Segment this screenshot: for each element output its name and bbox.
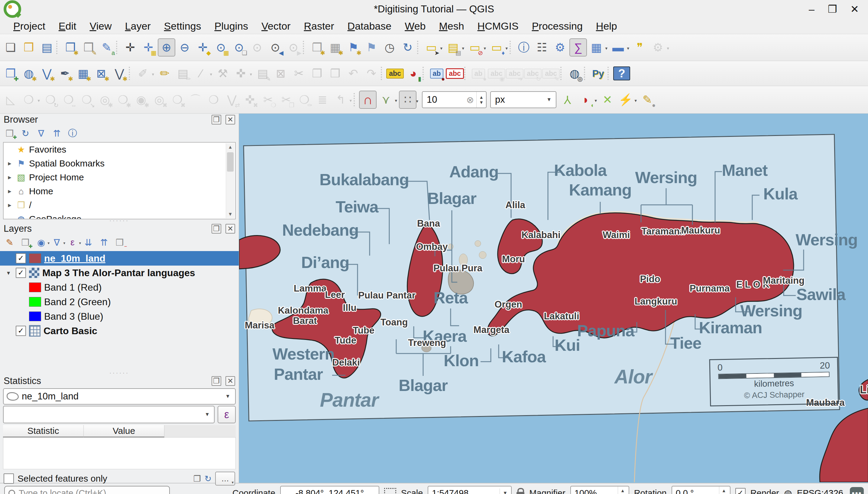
- layer-item-band2[interactable]: Band 2 (Green): [0, 294, 239, 309]
- add-feature-button[interactable]: ⚒▾: [214, 64, 231, 82]
- expand-icon[interactable]: ▸: [6, 187, 13, 195]
- column-value[interactable]: Value: [84, 425, 165, 437]
- chevron-down-icon[interactable]: ▼: [499, 489, 508, 494]
- refresh-map-button[interactable]: ↻▾: [399, 38, 416, 57]
- project-open-button[interactable]: ❒▾: [20, 38, 37, 57]
- expand-icon[interactable]: ▸: [6, 159, 13, 167]
- simplify-feature-button[interactable]: ❍↘▾: [78, 91, 95, 109]
- render-checkbox[interactable]: ✓: [735, 488, 746, 494]
- select-features-by-value-button[interactable]: ▤▤▾: [444, 38, 462, 57]
- current-edits-button[interactable]: ✐▾: [134, 64, 152, 82]
- new-3d-map-view-button[interactable]: ▦✱▾: [326, 38, 344, 57]
- browser-item-geopackage[interactable]: ◍ GeoPackage: [4, 212, 225, 220]
- field-calculator-button[interactable]: ☷▾: [533, 38, 551, 57]
- new-geopackage-layer-button[interactable]: ◍✱▾: [20, 64, 37, 82]
- browser-item-spatial-bookmarks[interactable]: ▸ ⚑ Spatial Bookmarks: [4, 156, 225, 170]
- chevron-down-icon[interactable]: ▼: [542, 97, 556, 103]
- copy-statistics-icon[interactable]: ❐: [193, 474, 201, 484]
- measure-button[interactable]: ▬▾: [609, 38, 627, 57]
- cad-tools-button[interactable]: ◺▾: [2, 91, 19, 109]
- menu-plugins[interactable]: Plugins: [209, 20, 253, 32]
- zoom-out-button[interactable]: ⊖▾: [176, 38, 193, 57]
- split-parts-button[interactable]: ⋁⇄▾: [223, 91, 241, 109]
- modify-attributes-button[interactable]: ▤✎▾: [254, 64, 271, 82]
- chevron-down-icon[interactable]: ▼: [201, 412, 214, 418]
- snap-on-intersection-button[interactable]: ✕▾: [599, 91, 616, 109]
- rotate-feature-button[interactable]: ❍↻▾: [42, 91, 59, 109]
- scale-feature-button[interactable]: ❍⇔▾: [60, 91, 77, 109]
- scrollbar[interactable]: ▲ ▼: [226, 143, 234, 218]
- statistical-summary-button[interactable]: ∑▾: [569, 38, 587, 57]
- restore-icon[interactable]: ❐: [828, 0, 837, 18]
- zoom-to-layer-button[interactable]: ⊙❏▾: [230, 38, 248, 57]
- new-mesh-layer-button[interactable]: ⊠✱▾: [93, 64, 110, 82]
- expand-icon[interactable]: ▸: [6, 201, 13, 209]
- new-map-view-button[interactable]: ❐✱▾: [308, 38, 326, 57]
- statistics-field-select[interactable]: ▼: [3, 406, 214, 423]
- delete-ring-button[interactable]: ◎✖▾: [151, 91, 168, 109]
- layout-manager-button[interactable]: ❐✎▾: [80, 38, 97, 57]
- new-print-layout-button[interactable]: ❐✱▾: [62, 38, 79, 57]
- refresh-statistics-icon[interactable]: ↻: [205, 474, 211, 484]
- spinner-arrows[interactable]: ▲▼: [618, 487, 627, 494]
- browser-refresh-button[interactable]: ↻▾: [18, 126, 33, 140]
- rotate-point-symbols-button[interactable]: ❍✑▾: [296, 91, 313, 109]
- scroll-down-icon[interactable]: ▼: [226, 211, 234, 217]
- data-source-manager-button[interactable]: ❒✚▾: [2, 64, 19, 82]
- layer-item-carto-basic[interactable]: ✓ Carto Basic: [0, 324, 239, 338]
- deselect-features-button[interactable]: ▭⊘▾: [466, 38, 484, 57]
- expand-icon[interactable]: ▾: [4, 269, 13, 277]
- layer-item-ne-10m-land[interactable]: ✓ ne_10m_land: [0, 251, 239, 266]
- expand-all-button[interactable]: ⇊▾: [81, 235, 95, 249]
- layer-checkbox[interactable]: ✓: [16, 253, 26, 264]
- pin-labels-button[interactable]: ab●▾: [470, 64, 487, 82]
- offset-point-symbols-button[interactable]: ≣▾: [314, 91, 331, 109]
- browser-item-root[interactable]: ▸ ❒ /: [4, 198, 225, 212]
- zoom-native-button[interactable]: ⊙▾: [248, 38, 266, 57]
- avoid-overlap-button[interactable]: ◗◖▾: [577, 91, 595, 109]
- snapping-tolerance-input[interactable]: 10 ⊗ ▲▼: [422, 91, 487, 108]
- tracing-button[interactable]: ⚡▾: [617, 91, 635, 109]
- layer-styling-button[interactable]: ✎▾: [2, 235, 17, 249]
- close-panel-icon[interactable]: ✕: [225, 115, 235, 125]
- save-layer-edits-button[interactable]: ▤✏▾: [174, 64, 192, 82]
- new-spatial-bookmark-button[interactable]: ⚑✱▾: [344, 38, 362, 57]
- expression-button[interactable]: ε: [218, 406, 236, 423]
- locator-input[interactable]: [18, 488, 166, 494]
- snapping-unit-select[interactable]: px ▼: [490, 91, 556, 108]
- clear-icon[interactable]: ⊗: [466, 95, 476, 105]
- filter-expression-button[interactable]: ε▾: [65, 235, 80, 249]
- menu-hcmgis[interactable]: HCMGIS: [472, 20, 524, 32]
- processing-toolbox-button[interactable]: ⚙▾: [551, 38, 569, 57]
- extents-toggle-icon[interactable]: [384, 488, 396, 494]
- map-themes-button[interactable]: ◉▾: [34, 235, 49, 249]
- cut-features-button[interactable]: ✂▾: [290, 64, 308, 82]
- scroll-thumb[interactable]: [227, 152, 233, 172]
- menu-project[interactable]: Project: [8, 20, 51, 32]
- float-panel-icon[interactable]: ❐: [211, 376, 221, 386]
- snapping-scope-button[interactable]: ∷▾: [399, 91, 416, 109]
- map-tips-button[interactable]: ❞▾: [631, 38, 648, 57]
- select-by-location-button[interactable]: ▭♦▾: [488, 38, 505, 57]
- paste-features-button[interactable]: ❒▾: [326, 64, 344, 82]
- add-part-button[interactable]: ❍✱▾: [114, 91, 132, 109]
- zoom-in-button[interactable]: ⊕▾: [158, 38, 175, 57]
- magnifier-input[interactable]: 100% ▲▼: [570, 486, 629, 494]
- minimize-icon[interactable]: –: [809, 0, 814, 18]
- attribute-table-button[interactable]: ▦▾: [587, 38, 605, 57]
- add-ring-button[interactable]: ◎✱▾: [96, 91, 114, 109]
- redo-button[interactable]: ↷▾: [363, 64, 380, 82]
- identify-features-button[interactable]: ⓘ▾: [515, 38, 532, 57]
- statistics-options-button[interactable]: …: [215, 472, 235, 486]
- menu-help[interactable]: Help: [590, 20, 623, 32]
- temporal-controller-button[interactable]: ◷▾: [381, 38, 398, 57]
- scroll-up-icon[interactable]: ▲: [226, 145, 234, 150]
- pan-map-button[interactable]: ✛▾: [121, 38, 139, 57]
- trim-extend-button[interactable]: ↰▾: [332, 91, 350, 109]
- chevron-down-icon[interactable]: ▼: [220, 393, 235, 399]
- scale-select[interactable]: 1:547498 ▼: [428, 486, 512, 494]
- new-spatialite-layer-button[interactable]: ✒✱▾: [56, 64, 74, 82]
- layer-item-band3[interactable]: Band 3 (Blue): [0, 309, 239, 324]
- browser-add-layers-button[interactable]: ❒✚▾: [2, 126, 17, 140]
- reshape-features-button[interactable]: ❍▾: [205, 91, 223, 109]
